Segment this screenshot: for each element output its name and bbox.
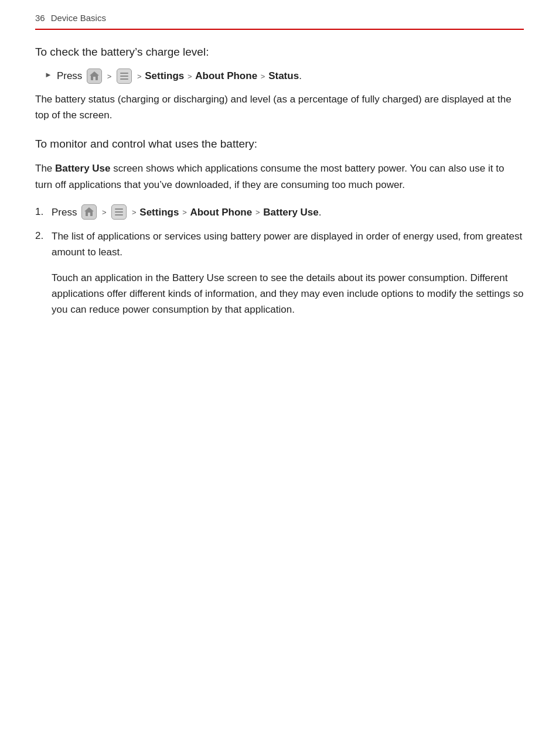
step1-chevron3-icon: > [182, 208, 187, 217]
svg-rect-4 [120, 76, 128, 77]
svg-rect-2 [93, 77, 96, 80]
step2-item: 2. The list of applications or services … [35, 228, 524, 260]
section-monitor-battery: To monitor and control what uses the bat… [35, 136, 524, 317]
bullet-arrow-icon: ► [45, 69, 52, 81]
battery-use-bold: Battery Use [55, 163, 111, 174]
step1-home-icon [81, 204, 97, 220]
svg-rect-3 [120, 73, 128, 74]
chevron4-icon: > [261, 72, 265, 81]
svg-rect-8 [88, 213, 90, 216]
svg-rect-11 [115, 214, 123, 215]
step1-menu-icon [111, 204, 127, 220]
svg-marker-7 [84, 207, 94, 211]
svg-marker-1 [90, 71, 99, 76]
step1-chevron4-icon: > [255, 208, 260, 217]
section-check-battery: To check the battery’s charge level: ► P… [35, 44, 524, 123]
step1-press: Press [52, 207, 77, 218]
section2-intro: The Battery Use screen shows which appli… [35, 160, 524, 192]
step1-item: 1. Press > [35, 204, 524, 221]
step1-content: Press > [52, 204, 322, 221]
page-number: 36 [35, 12, 45, 25]
about-phone-label2: About Phone [190, 207, 252, 218]
svg-rect-9 [115, 208, 123, 210]
step1-chevron2-icon: > [132, 208, 137, 217]
chevron3-icon: > [188, 72, 192, 81]
step1-settings: Settings [139, 207, 179, 218]
svg-rect-5 [120, 78, 128, 80]
chapter-title: Device Basics [51, 12, 106, 25]
menu-icon [117, 69, 132, 84]
step1-num: 1. [35, 204, 52, 220]
section1-heading: To check the battery’s charge level: [35, 44, 524, 61]
settings-label: Settings [145, 70, 184, 81]
step1-chevron1-icon: > [102, 208, 107, 217]
step2-content: The list of applications or services usi… [52, 228, 524, 260]
chevron1-icon: > [107, 72, 112, 81]
intro-part1: The [35, 163, 55, 174]
step2-sub-paragraph: Touch an application in the Battery Use … [52, 270, 524, 318]
header-bar: 36 Device Basics [35, 12, 524, 30]
press-label: Press [57, 70, 82, 81]
about-phone-label1: About Phone [195, 70, 257, 81]
bullet-text-check: Press > [57, 69, 302, 84]
section2-heading: To monitor and control what uses the bat… [35, 136, 524, 153]
home-icon [87, 69, 102, 84]
section1-body: The battery status (charging or discharg… [35, 91, 524, 123]
battery-use-label: Battery Use [263, 207, 319, 218]
svg-rect-10 [115, 211, 123, 213]
numbered-list: 1. Press > [35, 204, 524, 261]
chevron2-icon: > [137, 72, 142, 81]
step2-num: 2. [35, 228, 52, 244]
bullet-item-check: ► Press > [45, 69, 524, 84]
page-container: 36 Device Basics To check the battery’s … [0, 0, 559, 341]
status-label: Status [268, 70, 299, 81]
